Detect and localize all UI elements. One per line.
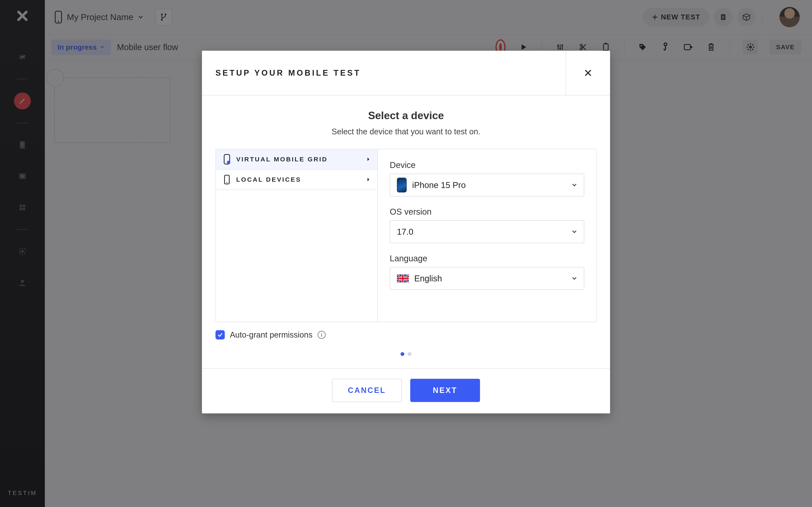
cancel-button[interactable]: CANCEL bbox=[332, 379, 402, 402]
check-icon bbox=[217, 332, 223, 338]
modal-close-button[interactable] bbox=[566, 51, 610, 95]
step-dots bbox=[215, 339, 597, 362]
device-select[interactable]: iPhone 15 Pro bbox=[390, 174, 584, 196]
modal-heading: Select a device bbox=[215, 109, 597, 122]
os-selected-value: 17.0 bbox=[397, 227, 413, 237]
flag-uk-icon bbox=[397, 274, 409, 283]
auto-grant-label: Auto-grant permissions bbox=[230, 330, 312, 339]
cancel-label: CANCEL bbox=[348, 386, 386, 395]
mobile-cloud-icon bbox=[223, 154, 231, 165]
device-form: Device iPhone 15 Pro OS version 17.0 bbox=[378, 149, 596, 322]
device-selected-value: iPhone 15 Pro bbox=[412, 180, 466, 190]
modal-subheading: Select the device that you want to test … bbox=[215, 127, 597, 136]
auto-grant-checkbox[interactable] bbox=[215, 330, 225, 339]
language-select[interactable]: English bbox=[390, 267, 584, 290]
source-virtual-grid[interactable]: VIRTUAL MOBILE GRID bbox=[216, 149, 377, 170]
device-panel: VIRTUAL MOBILE GRID LOCAL DEVICES bbox=[215, 149, 597, 322]
os-select[interactable]: 17.0 bbox=[390, 220, 584, 243]
svg-point-51 bbox=[226, 182, 227, 183]
modal-body: Select a device Select the device that y… bbox=[202, 96, 610, 368]
device-field-label: Device bbox=[390, 160, 584, 170]
chevron-down-icon bbox=[571, 229, 577, 235]
chevron-right-icon bbox=[366, 177, 370, 182]
next-label: NEXT bbox=[433, 386, 457, 395]
modal-title: SETUP YOUR MOBILE TEST bbox=[202, 68, 566, 77]
language-field-label: Language bbox=[390, 254, 584, 263]
next-button[interactable]: NEXT bbox=[410, 379, 480, 402]
step-dot-2 bbox=[408, 352, 411, 356]
chevron-down-icon bbox=[571, 275, 577, 282]
source-label: LOCAL DEVICES bbox=[236, 176, 301, 183]
mobile-icon bbox=[223, 174, 231, 185]
language-selected-value: English bbox=[414, 274, 442, 283]
setup-mobile-test-modal: SETUP YOUR MOBILE TEST Select a device S… bbox=[202, 51, 610, 413]
chevron-right-icon bbox=[366, 157, 370, 162]
step-dot-1 bbox=[401, 352, 404, 356]
device-source-list: VIRTUAL MOBILE GRID LOCAL DEVICES bbox=[216, 149, 378, 322]
os-field-label: OS version bbox=[390, 207, 584, 217]
modal-overlay: SETUP YOUR MOBILE TEST Select a device S… bbox=[0, 0, 812, 507]
modal-footer: CANCEL NEXT bbox=[202, 368, 610, 413]
close-icon bbox=[584, 69, 592, 77]
modal-header: SETUP YOUR MOBILE TEST bbox=[202, 51, 610, 96]
device-thumbnail-icon bbox=[397, 178, 407, 192]
source-label: VIRTUAL MOBILE GRID bbox=[236, 156, 328, 163]
source-local-devices[interactable]: LOCAL DEVICES bbox=[216, 170, 377, 190]
info-icon[interactable]: i bbox=[318, 331, 326, 339]
chevron-down-icon bbox=[571, 182, 577, 188]
svg-rect-56 bbox=[397, 278, 409, 279]
svg-point-49 bbox=[227, 161, 230, 164]
auto-grant-row: Auto-grant permissions i bbox=[215, 330, 597, 339]
